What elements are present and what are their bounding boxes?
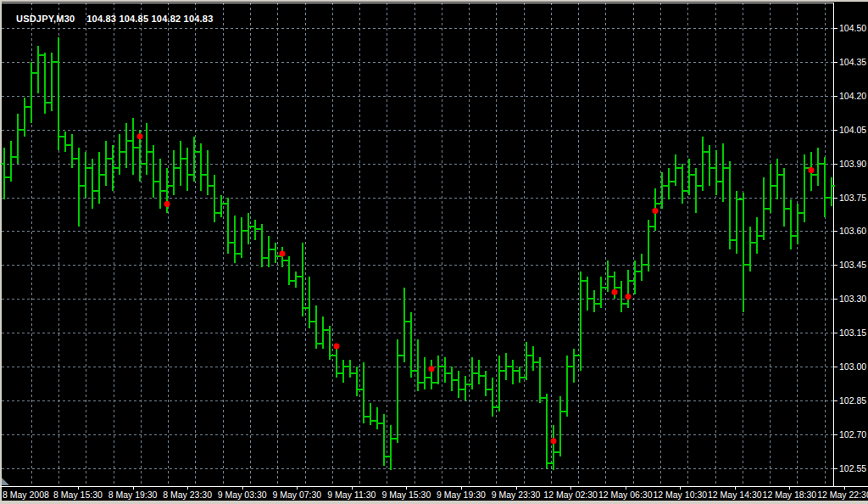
price-axis-label: 104.35 bbox=[839, 57, 866, 67]
signal-dot bbox=[280, 251, 286, 257]
price-axis-label: 104.05 bbox=[839, 125, 866, 135]
price-axis-label: 104.50 bbox=[839, 23, 866, 33]
chart-background bbox=[0, 0, 868, 504]
time-axis-label: 9 May 15:30 bbox=[382, 490, 431, 500]
signal-dot bbox=[551, 438, 557, 444]
signal-dot bbox=[164, 201, 170, 207]
time-axis-label: 8 May 2008 bbox=[3, 490, 49, 500]
price-axis-label: 103.00 bbox=[839, 361, 866, 372]
signal-dot bbox=[612, 289, 618, 295]
price-axis-label: 103.45 bbox=[839, 260, 866, 270]
price-axis-label: 103.75 bbox=[839, 193, 866, 203]
chart-window: 104.50104.35104.20104.05103.90103.75103.… bbox=[0, 0, 868, 504]
time-axis-label: 8 May 23:30 bbox=[163, 490, 212, 500]
time-axis-label: 9 May 03:30 bbox=[218, 490, 267, 500]
price-axis-label: 103.30 bbox=[839, 294, 866, 304]
time-axis-label: 12 May 18:30 bbox=[763, 490, 817, 500]
chart-title: USDJPY,M30104.83 104.85 104.82 104.83 bbox=[5, 3, 213, 14]
price-axis-label: 103.60 bbox=[839, 226, 866, 236]
time-axis-label: 8 May 19:30 bbox=[108, 490, 158, 500]
symbol-timeframe-label: USDJPY,M30 bbox=[16, 14, 75, 24]
time-axis-label: 12 May 10:30 bbox=[653, 490, 707, 500]
signal-dot bbox=[334, 344, 340, 350]
time-axis-label: 9 May 07:30 bbox=[272, 490, 321, 500]
time-axis-label: 9 May 19:30 bbox=[437, 490, 486, 500]
time-axis-label: 9 May 23:30 bbox=[492, 490, 541, 500]
price-axis-label: 103.90 bbox=[839, 159, 866, 169]
price-axis-label: 102.70 bbox=[839, 429, 866, 440]
time-axis-label: 9 May 11:30 bbox=[327, 490, 376, 500]
signal-dot bbox=[809, 167, 815, 173]
price-axis-label: 104.20 bbox=[839, 91, 866, 101]
time-axis-label: 8 May 15:30 bbox=[53, 490, 103, 500]
price-chart-canvas[interactable]: 104.50104.35104.20104.05103.90103.75103.… bbox=[0, 0, 868, 504]
signal-dot bbox=[137, 133, 143, 139]
signal-dot bbox=[626, 294, 632, 300]
price-axis-label: 103.15 bbox=[839, 328, 866, 338]
time-axis-label: 12 May 14:30 bbox=[708, 490, 762, 500]
signal-dot bbox=[653, 208, 659, 214]
quote-ohlc-label: 104.83 104.85 104.82 104.83 bbox=[86, 14, 213, 24]
time-axis-label: 12 May 22:30 bbox=[817, 490, 868, 500]
signal-dot bbox=[429, 366, 435, 372]
time-axis-label: 12 May 02:30 bbox=[543, 490, 598, 500]
price-axis-label: 102.55 bbox=[839, 463, 866, 473]
time-axis-label: 12 May 06:30 bbox=[598, 490, 653, 500]
price-axis-label: 102.85 bbox=[839, 395, 866, 406]
